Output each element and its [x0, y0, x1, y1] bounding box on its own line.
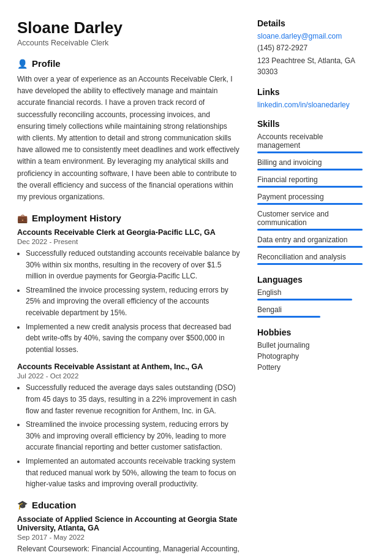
candidate-name: Sloane Darley	[17, 18, 240, 37]
hobbies-section: Hobbies Bullet journalingPhotographyPott…	[257, 327, 363, 372]
job-1-bullet-3: Implemented a new credit analysis proces…	[26, 321, 240, 356]
profile-title: 👤 Profile	[17, 58, 240, 69]
details-section: Details sloane.darley@gmail.com (145) 87…	[257, 18, 363, 77]
hobbies-title: Hobbies	[257, 327, 363, 337]
links-section: Links linkedin.com/in/sloanedarley	[257, 87, 363, 109]
job-2-bullets: Successfully reduced the average days sa…	[17, 382, 240, 489]
skill-label: Billing and invoicing	[257, 158, 363, 167]
left-column: Sloane Darley Accounts Receivable Clerk …	[0, 18, 251, 555]
details-title: Details	[257, 18, 363, 28]
skill-bar	[257, 203, 363, 205]
job-2-title: Accounts Receivable Assistant at Anthem,…	[17, 362, 240, 371]
skill-bar	[257, 151, 363, 153]
hobby-item: Bullet journaling	[257, 341, 363, 350]
links-title: Links	[257, 87, 363, 97]
job-1-dates: Dec 2022 - Present	[17, 238, 240, 245]
skill-bar	[257, 186, 363, 188]
skill-label: Reconciliation and analysis	[257, 253, 363, 261]
edu-degree: Associate of Applied Science in Accounti…	[17, 515, 240, 532]
edu-coursework: Relevant Coursework: Financial Accountin…	[17, 543, 240, 555]
employment-section: 💼 Employment History Accounts Receivable…	[17, 213, 240, 490]
language-label: Bengali	[257, 305, 363, 314]
skill-label: Financial reporting	[257, 175, 363, 184]
language-item: English	[257, 288, 363, 300]
phone-number: (145) 872-2927	[257, 42, 363, 53]
edu-dates: Sep 2017 - May 2022	[17, 534, 240, 541]
skill-bar	[257, 246, 363, 248]
languages-title: Languages	[257, 275, 363, 285]
hobby-item: Pottery	[257, 363, 363, 372]
skill-label: Data entry and organization	[257, 235, 363, 244]
skills-title: Skills	[257, 119, 363, 129]
languages-section: Languages English Bengali	[257, 275, 363, 318]
skill-bar	[257, 169, 363, 170]
skill-label: Payment processing	[257, 193, 363, 201]
candidate-title: Accounts Receivable Clerk	[17, 39, 240, 47]
hobbies-list: Bullet journalingPhotographyPottery	[257, 341, 363, 372]
job-1-title: Accounts Receivable Clerk at Georgia-Pac…	[17, 228, 240, 237]
language-bar	[257, 316, 320, 318]
education-title: 🎓 Education	[17, 500, 240, 510]
skill-label: Accounts receivable management	[257, 132, 363, 150]
skill-item: Accounts receivable management	[257, 132, 363, 153]
job-1-bullets: Successfully reduced outstanding account…	[17, 248, 240, 355]
address: 123 Peachtree St, Atlanta, GA 30303	[257, 55, 363, 77]
skill-item: Billing and invoicing	[257, 158, 363, 170]
skill-bar	[257, 229, 363, 231]
skill-item: Reconciliation and analysis	[257, 253, 363, 265]
right-column: Details sloane.darley@gmail.com (145) 87…	[251, 18, 374, 555]
job-1-bullet-1: Successfully reduced outstanding account…	[26, 248, 240, 282]
employment-title: 💼 Employment History	[17, 213, 240, 223]
skills-section: Skills Accounts receivable management Bi…	[257, 119, 363, 265]
hobby-item: Photography	[257, 352, 363, 361]
language-label: English	[257, 288, 363, 297]
job-2: Accounts Receivable Assistant at Anthem,…	[17, 362, 240, 489]
job-2-bullet-2: Streamlined the invoice processing syste…	[26, 419, 240, 453]
skill-label: Customer service and communication	[257, 210, 363, 227]
languages-list: English Bengali	[257, 288, 363, 318]
language-bar	[257, 299, 352, 300]
profile-text: With over a year of experience as an Acc…	[17, 74, 240, 203]
email-link[interactable]: sloane.darley@gmail.com	[257, 32, 363, 40]
skill-item: Financial reporting	[257, 175, 363, 188]
linkedin-link[interactable]: linkedin.com/in/sloanedarley	[257, 101, 363, 109]
job-2-dates: Jul 2022 - Oct 2022	[17, 372, 240, 380]
resume-page: Sloane Darley Accounts Receivable Clerk …	[0, 0, 392, 555]
job-1: Accounts Receivable Clerk at Georgia-Pac…	[17, 228, 240, 355]
employment-icon: 💼	[17, 213, 28, 223]
job-2-bullet-1: Successfully reduced the average days sa…	[26, 382, 240, 416]
skill-item: Data entry and organization	[257, 235, 363, 248]
skill-item: Customer service and communication	[257, 210, 363, 231]
job-2-bullet-3: Implemented an automated accounts receiv…	[26, 456, 240, 490]
education-section: 🎓 Education Associate of Applied Science…	[17, 500, 240, 555]
skill-bar	[257, 263, 363, 265]
job-1-bullet-2: Streamlined the invoice processing syste…	[26, 285, 240, 319]
language-item: Bengali	[257, 305, 363, 318]
resume-header: Sloane Darley Accounts Receivable Clerk	[17, 18, 240, 47]
skill-item: Payment processing	[257, 193, 363, 205]
profile-icon: 👤	[17, 59, 28, 69]
profile-section: 👤 Profile With over a year of experience…	[17, 58, 240, 203]
education-icon: 🎓	[17, 500, 28, 510]
skills-list: Accounts receivable management Billing a…	[257, 132, 363, 265]
